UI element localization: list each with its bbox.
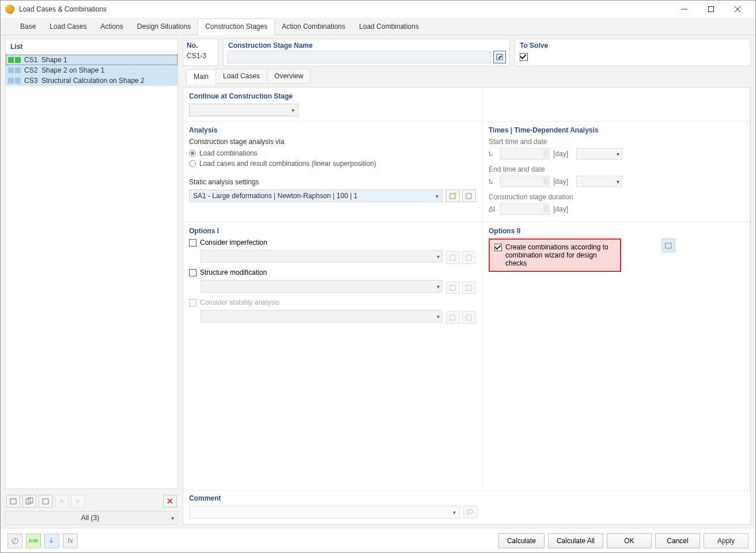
maximize-button[interactable] [698, 1, 724, 18]
inner-tab-load-cases[interactable]: Load Cases [216, 69, 267, 84]
ok-button[interactable]: OK [607, 533, 652, 548]
delete-button[interactable]: ✕ [163, 495, 177, 507]
svg-rect-14 [450, 255, 455, 260]
imperfection-select[interactable]: ▾ [201, 250, 443, 263]
end-time-label: End time and date [489, 165, 744, 173]
ts-date-select[interactable]: ▾ [576, 148, 622, 160]
checkbox-icon [189, 269, 196, 276]
copy-item-button[interactable] [22, 495, 36, 507]
svg-rect-19 [466, 315, 471, 320]
wizard-label: Create combinations according to combina… [505, 243, 615, 267]
structure-modification-check[interactable]: Structure modification [189, 268, 477, 276]
dt-symbol: Δt [489, 205, 497, 213]
list-panel: List CS1 Shape 1 CS2 Shape 2 on Shape 1 [5, 39, 178, 489]
to-solve-box: To Solve [515, 39, 751, 66]
edit-analysis-settings-button[interactable] [462, 190, 476, 202]
inner-tab-main[interactable]: Main [186, 69, 216, 84]
rename-button[interactable] [493, 51, 506, 63]
te-symbol: tₑ [489, 177, 497, 185]
te-unit: [day] [553, 177, 573, 185]
list-row-id: CS1 [24, 56, 38, 64]
checkbox-icon [189, 299, 196, 306]
list-filter[interactable]: All (3) ▾ [5, 511, 178, 525]
options2-cell: Options II Create combinations according… [483, 222, 750, 491]
copy-special-button[interactable] [39, 495, 52, 507]
pick-button[interactable] [44, 533, 59, 548]
chevron-down-icon: ▾ [437, 283, 440, 290]
chevron-down-icon: ▾ [617, 179, 619, 185]
combination-wizard-callout[interactable]: Create combinations according to combina… [489, 238, 621, 272]
new-imperfection-button [446, 251, 460, 264]
move-up-button [55, 495, 69, 507]
cancel-button[interactable]: Cancel [655, 533, 700, 548]
tab-load-cases[interactable]: Load Cases [43, 19, 93, 35]
svg-point-21 [467, 510, 473, 514]
stage-number-value: CS1-3 [183, 50, 218, 63]
dt-input[interactable] [500, 203, 550, 215]
svg-rect-16 [450, 285, 455, 290]
tab-actions[interactable]: Actions [93, 19, 130, 35]
static-settings-select[interactable]: SA1 - Large deformations | Newton-Raphso… [189, 190, 443, 202]
chevron-down-icon: ▾ [437, 313, 440, 320]
list-row[interactable]: CS1 Shape 1 [6, 55, 177, 65]
help-button[interactable] [7, 533, 22, 548]
chevron-down-icon: ▾ [453, 509, 456, 516]
chevron-down-icon: ▾ [617, 151, 619, 157]
continue-stage-select[interactable]: ▾ [189, 104, 298, 116]
list-row-name: Shape 2 on Shape 1 [41, 66, 175, 74]
te-input[interactable] [500, 176, 550, 187]
stage-header-row: No. CS1-3 Construction Stage Name To Sol… [183, 39, 751, 66]
fx-button[interactable]: fx [63, 533, 78, 548]
tab-load-combinations[interactable]: Load Combinations [352, 19, 425, 35]
tab-base[interactable]: Base [13, 19, 43, 35]
checkbox-icon [494, 244, 502, 251]
comment-library-button[interactable] [463, 506, 477, 518]
stage-name-box: Construction Stage Name [223, 39, 510, 66]
ts-unit: [day] [553, 150, 573, 158]
units-button[interactable]: 0.00 [26, 533, 41, 548]
radio-load-combinations[interactable]: Load combinations [189, 149, 477, 157]
edit-stability-button [462, 311, 476, 324]
svg-point-9 [47, 498, 49, 500]
edit-imperfection-button [462, 251, 476, 264]
chevron-down-icon: ▾ [292, 107, 294, 113]
times-cell: Times | Time-Dependent Analysis Start ti… [483, 122, 750, 222]
filter-label: All (3) [9, 514, 171, 522]
list-row-id: CS2 [24, 66, 38, 74]
radio-label: Load cases and result combinations (line… [199, 160, 376, 168]
new-item-button[interactable] [6, 495, 20, 507]
dt-unit: [day] [553, 205, 573, 213]
apply-button[interactable]: Apply [704, 533, 749, 548]
comment-title: Comment [189, 494, 744, 502]
titlebar: Load Cases & Combinations [1, 1, 755, 18]
inner-tab-overview[interactable]: Overview [267, 69, 311, 84]
stability-select: ▾ [201, 310, 443, 323]
stage-name-input[interactable] [227, 51, 491, 63]
app-icon [5, 5, 14, 14]
list-body[interactable]: CS1 Shape 1 CS2 Shape 2 on Shape 1 CS3 S… [6, 55, 177, 488]
option-label: Consider imperfection [200, 238, 267, 247]
comment-input[interactable]: ▾ [189, 506, 460, 518]
tab-construction-stages[interactable]: Construction Stages [198, 18, 275, 35]
te-date-select[interactable]: ▾ [576, 176, 622, 187]
wizard-settings-button[interactable] [662, 238, 675, 252]
ts-input[interactable] [500, 148, 550, 160]
tab-design-situations[interactable]: Design Situations [130, 19, 198, 35]
new-analysis-settings-button[interactable] [446, 190, 460, 202]
move-down-button [71, 495, 85, 507]
radio-linear-superposition[interactable]: Load cases and result combinations (line… [189, 160, 477, 168]
list-row[interactable]: CS2 Shape 2 on Shape 1 [6, 65, 177, 75]
tab-action-combinations[interactable]: Action Combinations [275, 19, 352, 35]
minimize-button[interactable] [671, 1, 698, 18]
static-settings-value: SA1 - Large deformations | Newton-Raphso… [193, 192, 436, 200]
structure-mod-select[interactable]: ▾ [201, 280, 443, 293]
consider-imperfection-check[interactable]: Consider imperfection [189, 238, 477, 247]
main-panel: Continue at Construction Stage ▾ Analysi… [183, 87, 751, 525]
list-row[interactable]: CS3 Structural Calculation on Shape 2 [6, 75, 177, 86]
to-solve-checkbox[interactable] [520, 53, 528, 61]
close-button[interactable] [724, 1, 751, 18]
option-label: Structure modification [200, 268, 267, 276]
calculate-all-button[interactable]: Calculate All [548, 533, 603, 548]
start-time-label: Start time and date [489, 138, 744, 146]
calculate-button[interactable]: Calculate [498, 533, 545, 548]
